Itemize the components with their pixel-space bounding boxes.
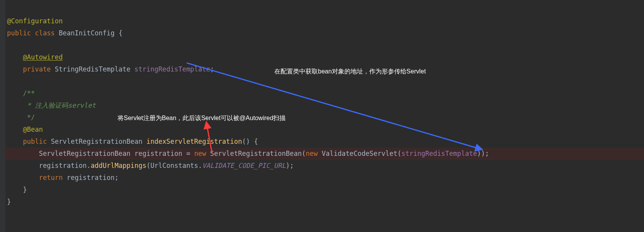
annotation-autowired: @Autowired — [23, 53, 63, 61]
method-indexServletRegistration: indexServletRegistration — [146, 138, 242, 145]
field-stringRedisTemplate: stringRedisTemplate — [135, 65, 210, 73]
line-2: public class BeanInitConfig { — [7, 29, 123, 37]
arg-stringRedisTemplate: stringRedisTemplate — [401, 150, 477, 157]
code-area[interactable]: @Configuration public class BeanInitConf… — [7, 3, 489, 208]
line-9: */ — [7, 113, 35, 121]
line-13: registration.addUrlMappings(UrlConstants… — [7, 162, 294, 169]
line-15: } — [7, 186, 27, 194]
line-6 — [7, 77, 11, 85]
annotation-bean: @Bean — [23, 126, 43, 133]
annotation-text-bottom: 将Servlet注册为Bean，此后该Servlet可以被@Autowired扫… — [118, 112, 286, 124]
line-16: } — [7, 198, 11, 206]
line-11: public ServletRegistrationBean indexServ… — [7, 138, 258, 145]
line-5: private StringRedisTemplate stringRedisT… — [7, 65, 214, 73]
line-12: ServletRegistrationBean registration = n… — [7, 150, 489, 157]
line-1: @Configuration — [7, 17, 63, 25]
line-10: @Bean — [7, 126, 43, 133]
line-8: * 注入验证码servlet — [7, 101, 96, 109]
editor-gutter — [0, 0, 5, 232]
line-3 — [7, 41, 11, 49]
annotation-text-top: 在配置类中获取bean对象的地址，作为形参传给Servlet — [274, 65, 426, 77]
annotation-configuration: @Configuration — [7, 17, 63, 25]
line-7: /** — [7, 89, 35, 97]
line-14: return registration; — [7, 174, 119, 181]
line-4: @Autowired — [7, 53, 63, 61]
constant-validate-code-pic-url: VALIDATE_CODE_PIC_URL — [202, 162, 286, 169]
